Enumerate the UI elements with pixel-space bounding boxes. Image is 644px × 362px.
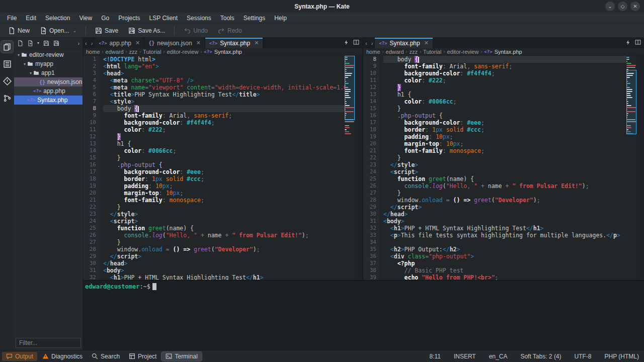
code-line-9[interactable]: font-family: Arial, sans-serif; xyxy=(383,63,626,70)
code-line-37[interactable]: <?php xyxy=(383,260,626,267)
code-body[interactable]: <!DOCTYPE html><html lang="en"><head> <m… xyxy=(99,56,345,280)
menu-tools[interactable]: Tools xyxy=(216,14,238,23)
code-line-8[interactable]: body { xyxy=(383,56,626,63)
panel-chevron-down-button[interactable]: ▾ xyxy=(37,41,39,45)
quick-open-button[interactable] xyxy=(625,40,631,47)
breadcrumb-file[interactable]: Syntax.php xyxy=(495,49,522,55)
code-line-21[interactable]: font-family: monospace; xyxy=(103,197,345,204)
tab-Syntax.php[interactable]: <?>Syntax.php✕ xyxy=(375,38,433,48)
terminal-view[interactable]: edward@customer:~$ xyxy=(83,280,644,350)
menu-selection[interactable]: Selection xyxy=(41,14,74,23)
new-button[interactable]: New xyxy=(4,26,34,36)
code-line-29[interactable]: </script> xyxy=(383,204,626,211)
panel-save-button[interactable] xyxy=(43,40,49,46)
menu-help[interactable]: Help xyxy=(270,14,291,23)
code-line-24[interactable]: <script> xyxy=(383,168,626,175)
tree-item-app.php[interactable]: <?>app.php xyxy=(14,86,83,96)
code-line-10[interactable]: background-color: #f4f4f4; xyxy=(103,119,345,126)
code-line-14[interactable]: color: #0066cc; xyxy=(103,147,345,154)
tree-item-editor-review[interactable]: ▾editor-review xyxy=(14,50,83,59)
filter-input[interactable]: Filter... xyxy=(16,338,81,348)
split-view-button[interactable] xyxy=(635,39,641,47)
tree-item-myapp[interactable]: ▾myapp xyxy=(14,59,83,68)
breadcrumb-item[interactable]: home xyxy=(86,49,100,55)
breadcrumb-item[interactable]: edward xyxy=(106,49,124,55)
code-line-30[interactable]: </head> xyxy=(103,260,345,267)
maximize-button[interactable]: ◇ xyxy=(618,2,627,11)
code-line-27[interactable]: } xyxy=(103,239,345,246)
close-icon[interactable]: ✕ xyxy=(424,40,429,46)
code-line-8[interactable]: body { xyxy=(103,105,345,112)
breadcrumb-item[interactable]: home xyxy=(366,49,380,55)
breadcrumb-item[interactable]: Tutorial xyxy=(423,49,441,55)
toolview-project-button[interactable]: Project xyxy=(125,352,160,361)
tree-item-newjson.json[interactable]: {}newjson.json xyxy=(14,77,83,86)
code-line-34[interactable] xyxy=(383,239,626,246)
undo-button[interactable]: Undo xyxy=(180,26,212,36)
save-as-button[interactable]: Save As... xyxy=(124,26,169,36)
panel-overflow-button[interactable]: › xyxy=(78,40,79,47)
code-line-35[interactable]: <h2>PHP Output:</h2> xyxy=(383,246,626,253)
menu-view[interactable]: View xyxy=(75,14,96,23)
code-line-27[interactable]: } xyxy=(383,190,626,197)
redo-button[interactable]: Redo xyxy=(214,26,246,36)
menu-edit[interactable]: Edit xyxy=(22,14,40,23)
code-line-1[interactable]: <!DOCTYPE html> xyxy=(103,56,345,63)
code-line-7[interactable]: <style> xyxy=(103,98,345,105)
code-line-10[interactable]: background-color: #f4f4f4; xyxy=(383,70,626,77)
menu-go[interactable]: Go xyxy=(97,14,113,23)
code-line-20[interactable]: margin-top: 10px; xyxy=(103,190,345,197)
menu-projects[interactable]: Projects xyxy=(114,14,144,23)
breadcrumb-item[interactable]: zzz xyxy=(410,49,418,55)
expander-icon[interactable]: ▾ xyxy=(16,53,21,57)
code-line-31[interactable]: <body> xyxy=(383,218,626,225)
tree-item-app1[interactable]: ▾app1 xyxy=(14,68,83,77)
code-line-9[interactable]: font-family: Arial, sans-serif; xyxy=(103,112,345,119)
close-icon[interactable]: ✕ xyxy=(135,40,140,46)
breadcrumb-item[interactable]: Tutorial xyxy=(143,49,161,55)
minimap-viewport[interactable] xyxy=(345,56,355,120)
code-line-24[interactable]: <script> xyxy=(103,218,345,225)
toolview-search-button[interactable]: Search xyxy=(88,352,124,361)
save-button[interactable]: Save xyxy=(91,26,122,36)
code-line-11[interactable]: color: #222; xyxy=(103,126,345,133)
code-line-20[interactable]: margin-top: 10px; xyxy=(383,140,626,147)
tree-item-Syntax.php[interactable]: <?>Syntax.php xyxy=(14,96,83,105)
minimap[interactable] xyxy=(345,56,355,280)
cursor-position[interactable]: 8:11 xyxy=(429,353,440,360)
dictionary[interactable]: en_CA xyxy=(489,353,508,360)
code-line-18[interactable]: border: 1px solid #ccc; xyxy=(383,126,626,133)
toolview-terminal-button[interactable]: Terminal xyxy=(162,352,201,361)
scrollbar-track[interactable] xyxy=(636,56,644,280)
breadcrumb-item[interactable]: edward xyxy=(386,49,404,55)
expander-icon[interactable]: ▾ xyxy=(22,62,27,66)
code-line-32[interactable]: <h1>PHP + HTML Syntax Highlighting Test<… xyxy=(383,225,626,232)
syntax-mode[interactable]: PHP (HTML) xyxy=(605,353,639,360)
menu-sessions[interactable]: Sessions xyxy=(183,14,215,23)
code-line-25[interactable]: function greet(name) { xyxy=(383,175,626,183)
split-view-button[interactable] xyxy=(353,39,359,47)
quick-open-button[interactable] xyxy=(344,40,349,47)
menu-settings[interactable]: Settings xyxy=(239,14,269,23)
nav-forward-icon[interactable]: › xyxy=(91,40,93,46)
close-button[interactable]: ✕ xyxy=(630,2,640,11)
toolview-output-button[interactable]: Output xyxy=(2,352,37,361)
code-line-36[interactable]: <div class="php-output"> xyxy=(383,253,626,260)
code-line-19[interactable]: padding: 10px; xyxy=(383,133,626,140)
code-line-14[interactable]: color: #0066cc; xyxy=(383,98,626,105)
code-line-39[interactable]: echo "Hello from PHP!<br>"; xyxy=(383,274,626,280)
close-icon[interactable]: ✕ xyxy=(254,40,259,46)
encoding[interactable]: UTF-8 xyxy=(575,353,592,360)
menu-file[interactable]: File xyxy=(3,14,21,23)
input-mode[interactable]: INSERT xyxy=(454,353,476,360)
code-line-5[interactable]: <meta name="viewport" content="width=dev… xyxy=(103,84,345,91)
nav-forward-icon[interactable]: › xyxy=(371,40,373,46)
code-line-18[interactable]: border: 1px solid #ccc; xyxy=(103,175,345,183)
code-line-15[interactable]: } xyxy=(383,105,626,112)
code-line-3[interactable]: <head> xyxy=(103,70,345,77)
menu-lsp-client[interactable]: LSP Client xyxy=(145,14,182,23)
minimize-button[interactable]: ⌄ xyxy=(605,2,615,11)
code-line-28[interactable]: window.onload = () => greet("Developer")… xyxy=(103,246,345,253)
open-button[interactable]: Open...⌄ xyxy=(36,26,80,36)
tab-newjson.json[interactable]: {}newjson.json✕ xyxy=(144,38,205,48)
